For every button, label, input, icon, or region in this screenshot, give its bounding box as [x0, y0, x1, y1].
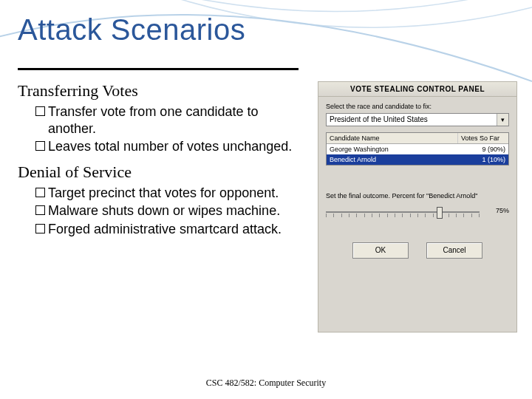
candidate-table: Candidate Name Votes So Far George Washi… [326, 132, 509, 166]
bullet-item: Transfer vote from one candidate to anot… [35, 103, 306, 137]
title-underline [18, 68, 299, 70]
vote-stealing-panel: VOTE STEALING CONTROL PANEL Select the r… [318, 81, 517, 332]
col-votes: Votes So Far [458, 133, 508, 143]
bullet-item: Malware shuts down or wipes machine. [35, 202, 306, 219]
slider-value: 75% [496, 207, 509, 214]
slider-thumb[interactable] [437, 207, 443, 219]
slide-body: Transferring Votes Transfer vote from on… [18, 81, 306, 245]
bullet-item: Forged administrative smartcard attack. [35, 221, 306, 238]
bullet-item: Leaves total number of votes unchanged. [35, 138, 306, 155]
square-bullet-icon [35, 106, 45, 116]
select-label: Select the race and candidate to fix: [326, 103, 509, 110]
table-header: Candidate Name Votes So Far [327, 133, 508, 144]
slide-footer: CSC 482/582: Computer Security [0, 378, 532, 389]
square-bullet-icon [35, 188, 45, 197]
section-heading-1: Transferring Votes [18, 81, 306, 100]
bullet-list-1: Transfer vote from one candidate to anot… [35, 103, 306, 155]
slider-ticks [326, 214, 480, 218]
square-bullet-icon [35, 205, 45, 215]
section-heading-2: Denial of Service [18, 163, 306, 182]
col-candidate: Candidate Name [327, 133, 458, 143]
race-select[interactable]: President of the United States ▾ [326, 113, 509, 126]
square-bullet-icon [35, 224, 45, 233]
table-row[interactable]: Benedict Arnold 1 (10%) [327, 154, 508, 165]
square-bullet-icon [35, 141, 45, 151]
bullet-item: Target precinct that votes for opponent. [35, 185, 306, 202]
slider-label: Set the final outcome. Percent for "Bene… [326, 192, 509, 200]
bullet-list-2: Target precinct that votes for opponent.… [35, 185, 306, 238]
slider-track [326, 211, 480, 213]
select-value: President of the United States [330, 115, 428, 123]
panel-titlebar: VOTE STEALING CONTROL PANEL [318, 82, 516, 97]
cancel-button[interactable]: Cancel [426, 242, 482, 259]
ok-button[interactable]: OK [352, 242, 409, 259]
slide-title: Attack Scenarios [18, 13, 245, 47]
outcome-slider[interactable]: 75% [326, 207, 509, 226]
slide: { "title": "Attack Scenarios", "sections… [0, 0, 532, 399]
chevron-down-icon: ▾ [497, 114, 508, 126]
table-row[interactable]: George Washington 9 (90%) [327, 144, 508, 154]
